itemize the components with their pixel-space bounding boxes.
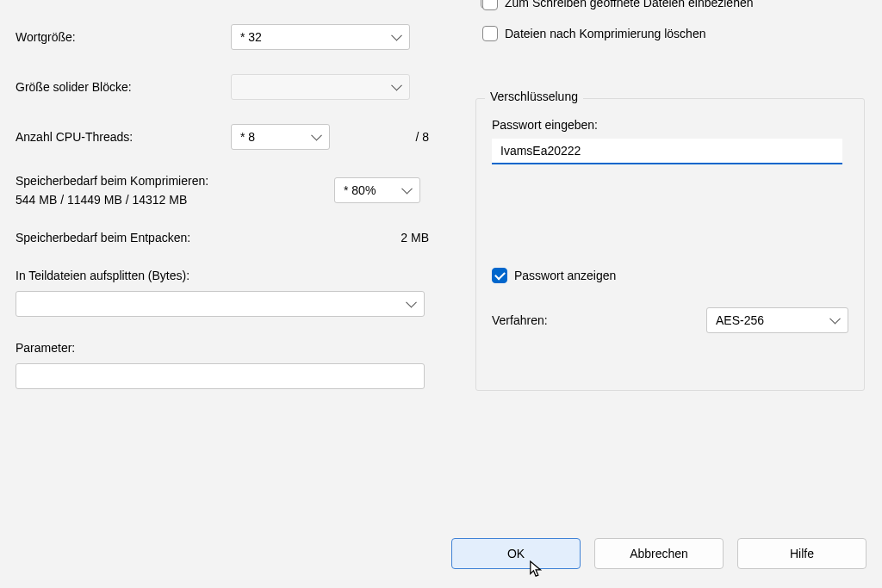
- solid-block-size-combobox[interactable]: [231, 74, 410, 100]
- ok-button[interactable]: OK: [451, 538, 581, 569]
- cpu-threads-value: * 8: [240, 130, 255, 144]
- word-size-combobox[interactable]: * 32: [231, 24, 410, 50]
- show-password-checkbox[interactable]: [492, 268, 507, 283]
- include-open-files-checkbox-visible[interactable]: [482, 0, 498, 10]
- cpu-threads-label: Anzahl CPU-Threads:: [16, 130, 231, 144]
- password-label: Passwort eingeben:: [492, 118, 848, 132]
- memory-compress-combobox[interactable]: * 80%: [334, 177, 420, 203]
- help-button-label: Hilfe: [790, 547, 814, 560]
- include-open-files-label: Zum Schreiben geöffnete Dateien einbezie…: [505, 0, 754, 9]
- memory-decompress-label: Speicherbedarf beim Entpacken:: [16, 231, 334, 244]
- word-size-value: * 32: [240, 30, 262, 44]
- cancel-button-label: Abbrechen: [630, 547, 688, 560]
- ok-button-label: OK: [507, 547, 525, 560]
- delete-after-compress-label: Dateien nach Komprimierung löschen: [505, 27, 705, 40]
- cpu-threads-combobox[interactable]: * 8: [231, 124, 330, 150]
- split-volumes-combobox[interactable]: [16, 291, 425, 317]
- cpu-threads-total: / 8: [415, 130, 429, 144]
- memory-compress-label: Speicherbedarf beim Komprimieren:: [16, 174, 334, 188]
- parameter-input[interactable]: [16, 363, 425, 389]
- memory-compress-label-block: Speicherbedarf beim Komprimieren: 544 MB…: [16, 174, 334, 207]
- encryption-method-value: AES-256: [716, 313, 764, 327]
- dialog-button-bar: OK Abbrechen Hilfe: [451, 538, 866, 569]
- encryption-group-title: Verschlüsselung: [485, 90, 583, 103]
- show-password-label: Passwort anzeigen: [514, 269, 616, 282]
- delete-after-compress-checkbox[interactable]: [482, 26, 498, 41]
- password-input[interactable]: [492, 139, 842, 164]
- encryption-group: Verschlüsselung Passwort eingeben: Passw…: [475, 98, 865, 391]
- left-column: Wortgröße: * 32 Größe solider Blöcke: An…: [16, 0, 429, 413]
- memory-compress-detail: 544 MB / 11449 MB / 14312 MB: [16, 193, 334, 207]
- cancel-button[interactable]: Abbrechen: [594, 538, 724, 569]
- help-button[interactable]: Hilfe: [737, 538, 866, 569]
- right-column: Zum Schreiben geöffnete Dateien einbezie…: [481, 0, 866, 413]
- memory-decompress-value: 2 MB: [401, 231, 429, 244]
- memory-compress-value: * 80%: [344, 183, 376, 197]
- archive-options-dialog-partial: Wortgröße: * 32 Größe solider Blöcke: An…: [0, 0, 882, 588]
- encryption-method-label: Verfahren:: [492, 313, 548, 327]
- encryption-method-combobox[interactable]: AES-256: [706, 307, 848, 333]
- solid-block-size-label: Größe solider Blöcke:: [16, 80, 231, 94]
- word-size-label: Wortgröße:: [16, 30, 231, 44]
- split-label: In Teildateien aufsplitten (Bytes):: [16, 269, 189, 282]
- parameter-label: Parameter:: [16, 341, 75, 355]
